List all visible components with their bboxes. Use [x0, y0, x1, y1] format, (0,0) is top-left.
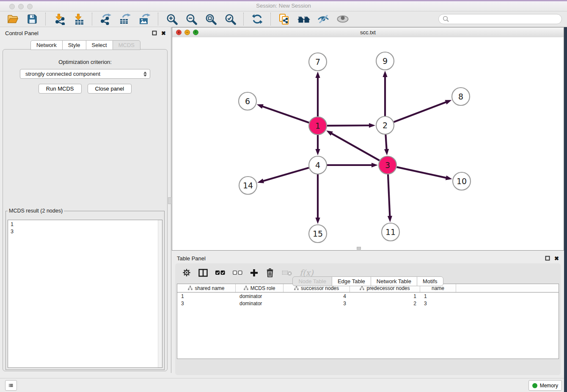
network-window-titlebar[interactable]: x – + scc.txt [172, 28, 564, 38]
close-panel-button[interactable]: Close panel [88, 84, 132, 94]
graph-edge-2-8[interactable] [394, 100, 452, 122]
column-pane-icon [198, 269, 208, 277]
tab-node-table[interactable]: Node Table [292, 276, 332, 286]
unselect-all-columns-button[interactable] [233, 271, 242, 275]
mcds-result-text: 1 3 [8, 220, 158, 367]
panel-splitter-handle[interactable] [168, 197, 171, 204]
zoom-fit-button[interactable] [202, 12, 219, 26]
select-all-columns-button[interactable] [215, 271, 225, 275]
memory-label: Memory [540, 383, 558, 389]
window-minimize-button[interactable] [18, 4, 24, 9]
export-network-button[interactable] [97, 12, 114, 26]
export-image-icon [139, 14, 151, 25]
table-settings-button[interactable] [182, 268, 191, 277]
graph-edge-1-7[interactable] [315, 72, 320, 116]
graph-edge-3-1[interactable] [326, 130, 380, 160]
canvas-scroll-thumb[interactable] [357, 247, 361, 250]
search-input[interactable] [451, 16, 558, 22]
net-maximize-button[interactable]: + [193, 30, 198, 35]
net-close-button[interactable]: x [176, 30, 182, 35]
graph-edge-2-3[interactable] [384, 135, 389, 155]
graph-node-11[interactable]: 11 [382, 223, 399, 241]
export-network-icon [100, 14, 112, 25]
graph-node-6[interactable]: 6 [239, 92, 256, 110]
tab-motifs[interactable]: Motifs [417, 276, 443, 286]
graph-node-9[interactable]: 9 [376, 52, 394, 70]
graph-node-8[interactable]: 8 [452, 88, 470, 105]
graph-edge-4-3[interactable] [327, 163, 378, 167]
task-history-button[interactable] [5, 380, 17, 391]
save-session-button[interactable] [24, 12, 41, 26]
graph-edge-4-14[interactable] [257, 168, 309, 183]
import-table-button[interactable] [70, 12, 87, 26]
graph-edge-1-2[interactable] [327, 123, 375, 128]
tab-network-table[interactable]: Network Table [371, 276, 417, 286]
titlebar-accent [0, 0, 567, 1]
function-builder-button[interactable]: f(x) [300, 268, 314, 277]
close-icon[interactable]: ✖ [554, 256, 559, 261]
window-titlebar: Session: New Session [0, 0, 567, 11]
graph-node-2[interactable]: 2 [376, 116, 394, 134]
zoom-selected-button[interactable] [222, 12, 239, 26]
result-scrollbar[interactable] [158, 220, 162, 367]
tab-style[interactable]: Style [62, 40, 86, 50]
copy-share-button[interactable] [276, 12, 293, 26]
graph-edge-1-4[interactable] [315, 135, 320, 155]
export-image-button[interactable] [136, 12, 153, 26]
optimization-dropdown[interactable]: strongly connected component [20, 69, 150, 79]
table-panel: Table Panel ✖ [172, 252, 564, 377]
window-close-button[interactable] [9, 4, 15, 9]
control-panel-tabs: NetworkStyleSelectMCDS [0, 40, 171, 50]
hide-selected-button[interactable] [315, 12, 332, 26]
mcds-result-title: MCDS result (2 nodes) [8, 208, 64, 214]
float-window-icon[interactable] [152, 30, 157, 36]
home-button[interactable] [295, 12, 312, 26]
tab-edge-table[interactable]: Edge Table [332, 276, 371, 286]
network-window-title: scc.txt [172, 29, 564, 36]
list-icon [9, 382, 13, 389]
network-canvas[interactable]: 1234678910111415 [172, 37, 564, 250]
search-icon [443, 16, 449, 22]
delete-column-button[interactable] [266, 268, 274, 277]
graph-node-15[interactable]: 15 [309, 225, 327, 243]
search-box[interactable] [438, 14, 562, 24]
graph-edge-3-11[interactable] [388, 174, 392, 222]
export-table-button[interactable] [117, 12, 134, 26]
show-column-pane-button[interactable] [198, 269, 208, 277]
delete-table-button[interactable] [282, 270, 292, 276]
graph-edge-4-15[interactable] [315, 174, 320, 224]
eye-icon [337, 15, 349, 23]
graph-node-10[interactable]: 10 [453, 172, 471, 190]
close-icon[interactable]: ✖ [161, 30, 166, 36]
refresh-layout-button[interactable] [249, 12, 266, 26]
tab-network[interactable]: Network [30, 40, 63, 50]
graph-edge-3-10[interactable] [396, 167, 452, 180]
control-panel-title: Control Panel [5, 30, 39, 36]
create-column-button[interactable] [250, 269, 258, 277]
graph-node-14[interactable]: 14 [239, 177, 257, 194]
graph-edge-1-6[interactable] [257, 104, 309, 122]
graph-node-1[interactable]: 1 [309, 117, 327, 135]
graph-edge-2-9[interactable] [383, 71, 387, 116]
window-title: Session: New Session [0, 0, 567, 11]
open-file-button[interactable] [4, 12, 21, 26]
zoom-out-button[interactable] [183, 12, 200, 26]
zoom-fit-icon [205, 14, 217, 25]
run-mcds-button[interactable]: Run MCDS [39, 84, 82, 94]
tab-mcds[interactable]: MCDS [113, 40, 140, 50]
trash-icon [266, 268, 274, 277]
zoom-in-button[interactable] [163, 12, 180, 26]
import-network-button[interactable] [51, 12, 68, 26]
table-panel-title: Table Panel [177, 255, 206, 262]
refresh-icon [252, 14, 263, 25]
graph-node-4[interactable]: 4 [309, 156, 327, 174]
window-zoom-button[interactable] [27, 4, 33, 9]
tab-select[interactable]: Select [86, 40, 113, 50]
net-minimize-button[interactable]: – [184, 30, 190, 35]
graph-node-3[interactable]: 3 [379, 156, 396, 174]
unchecked-boxes-icon [233, 271, 242, 275]
show-all-button[interactable] [334, 12, 351, 26]
memory-button[interactable]: Memory [528, 380, 562, 391]
float-window-icon[interactable] [545, 256, 550, 261]
graph-node-7[interactable]: 7 [309, 53, 327, 71]
